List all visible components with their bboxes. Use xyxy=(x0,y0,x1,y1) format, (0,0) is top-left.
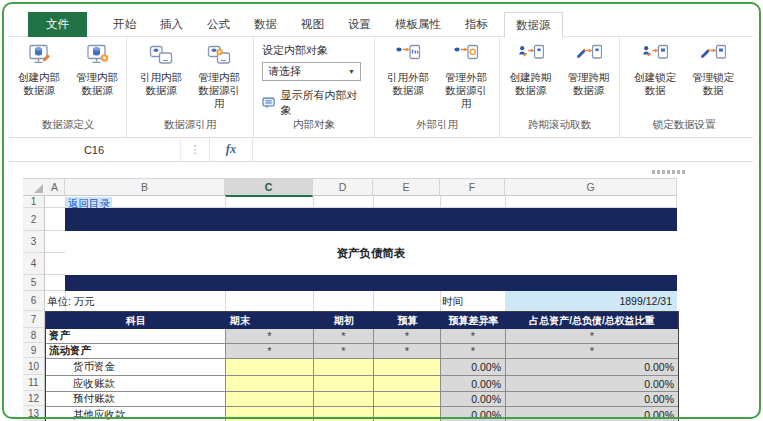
percent-cell[interactable]: 0.00% xyxy=(506,407,678,421)
star-cell[interactable]: * xyxy=(441,329,506,344)
header-budget[interactable]: 预算 xyxy=(374,312,441,329)
reference-internal-data-source-button[interactable]: 引用内部数据源 xyxy=(132,44,190,118)
tab-data-source[interactable]: 数据源 xyxy=(504,12,563,38)
header-variance[interactable]: 预算差异率 xyxy=(441,312,506,329)
column-header-g[interactable]: G xyxy=(505,179,677,196)
report-title[interactable]: 资产负债简表 xyxy=(65,231,677,275)
row-header[interactable]: 2 xyxy=(23,208,44,231)
group-label: 外部引用 xyxy=(375,118,499,137)
reference-external-data-source-button[interactable]: 引用外部数据源 xyxy=(379,44,437,118)
header-ending[interactable]: 期末 xyxy=(226,312,314,329)
manage-internal-data-source-reference-button[interactable]: 管理内部数据源引用 xyxy=(190,44,248,118)
percent-cell[interactable]: 0.00% xyxy=(441,359,506,376)
subject-cell[interactable]: 其他应收款 xyxy=(46,407,226,421)
star-cell[interactable]: * xyxy=(314,344,374,359)
fx-icon[interactable]: fx xyxy=(209,138,253,161)
manage-locked-data-button[interactable]: 管理锁定数据 xyxy=(684,44,742,118)
percent-cell[interactable]: 0.00% xyxy=(441,376,506,392)
tab-settings[interactable]: 设置 xyxy=(340,12,379,37)
yellow-input-cell[interactable] xyxy=(314,392,374,407)
tab-data[interactable]: 数据 xyxy=(246,12,285,37)
star-cell[interactable]: * xyxy=(314,329,374,344)
row-header[interactable]: 12 xyxy=(23,391,44,406)
star-cell[interactable]: * xyxy=(441,344,506,359)
manage-cross-period-data-source-button[interactable]: 管理跨期数据源 xyxy=(560,44,618,118)
star-cell[interactable]: * xyxy=(226,344,314,359)
subject-cell[interactable]: 预付账款 xyxy=(46,392,226,407)
column-header-d[interactable]: D xyxy=(313,179,373,196)
name-box[interactable]: C16 xyxy=(8,138,181,161)
header-proportion[interactable]: 占总资产/总负债/总权益比重 xyxy=(506,312,678,329)
manage-internal-data-source-button[interactable]: 管理内部数据源 xyxy=(68,44,126,118)
percent-cell[interactable]: 0.00% xyxy=(441,407,506,421)
yellow-input-cell[interactable] xyxy=(374,407,441,421)
percent-cell[interactable]: 0.00% xyxy=(506,392,678,407)
tab-view[interactable]: 视图 xyxy=(293,12,332,37)
star-cell[interactable]: * xyxy=(374,344,441,359)
row-header[interactable]: 3 xyxy=(23,231,44,253)
column-header-b[interactable]: B xyxy=(65,179,225,196)
yellow-input-cell[interactable] xyxy=(314,407,374,421)
select-all-icon[interactable] xyxy=(34,184,43,193)
manage-external-data-source-reference-button[interactable]: 管理外部数据源引用 xyxy=(437,44,495,118)
create-internal-data-source-button[interactable]: 创建内部数据源 xyxy=(10,44,68,118)
internal-object-dropdown[interactable]: 请选择 xyxy=(262,62,361,81)
row-header[interactable]: 13 xyxy=(23,406,44,421)
column-header-a[interactable]: A xyxy=(45,179,65,196)
yellow-input-cell[interactable] xyxy=(226,392,314,407)
subject-cell[interactable]: 应收账款 xyxy=(46,376,226,392)
create-locked-data-button[interactable]: 创建锁定数据 xyxy=(626,44,684,118)
star-cell[interactable]: * xyxy=(374,329,441,344)
row-header-column: 1 2 3 4 5 6 7 8 9 10 11 12 13 xyxy=(23,196,45,421)
row-header[interactable]: 5 xyxy=(23,275,44,291)
unit-label[interactable]: 单位: 万元 xyxy=(47,291,95,311)
row-header[interactable]: 8 xyxy=(23,328,44,343)
column-header-e[interactable]: E xyxy=(373,179,440,196)
percent-cell[interactable]: 0.00% xyxy=(506,359,678,376)
subject-cell[interactable]: 资产 xyxy=(46,329,226,344)
balance-sheet-table: 科目 期末 期初 预算 预算差异率 占总资产/总负债/总权益比重 资产 * * … xyxy=(45,311,679,421)
yellow-input-cell[interactable] xyxy=(314,376,374,392)
yellow-input-cell[interactable] xyxy=(226,407,314,421)
header-subject[interactable]: 科目 xyxy=(46,312,226,329)
row-header[interactable]: 11 xyxy=(23,375,44,391)
row-header[interactable]: 7 xyxy=(23,311,44,328)
tab-formulas[interactable]: 公式 xyxy=(199,12,238,37)
percent-cell[interactable]: 0.00% xyxy=(441,392,506,407)
time-label[interactable]: 时间 xyxy=(442,291,463,311)
tab-insert[interactable]: 插入 xyxy=(152,12,191,37)
group-data-source-reference: 引用内部数据源 管理内部数据源引用 数据源引用 xyxy=(127,37,254,137)
yellow-input-cell[interactable] xyxy=(374,376,441,392)
tab-indicators[interactable]: 指标 xyxy=(457,12,496,37)
navy-band-row2 xyxy=(65,208,677,231)
star-cell[interactable]: * xyxy=(506,329,678,344)
formula-input[interactable] xyxy=(253,138,753,161)
show-all-internal-objects-button[interactable]: 显示所有内部对象 xyxy=(262,88,366,118)
yellow-input-cell[interactable] xyxy=(374,359,441,376)
star-cell[interactable]: * xyxy=(506,344,678,359)
row-header[interactable]: 10 xyxy=(23,358,44,375)
scroll-handle[interactable] xyxy=(652,170,686,174)
percent-cell[interactable]: 0.00% xyxy=(506,376,678,392)
tab-home[interactable]: 开始 xyxy=(105,12,144,37)
column-header-c[interactable]: C xyxy=(225,179,313,197)
row-header[interactable]: 4 xyxy=(23,253,44,275)
create-cross-period-data-source-button[interactable]: 创建跨期数据源 xyxy=(502,44,560,118)
yellow-input-cell[interactable] xyxy=(314,359,374,376)
subject-cell[interactable]: 货币资金 xyxy=(46,359,226,376)
tab-template-properties[interactable]: 模板属性 xyxy=(387,12,449,37)
yellow-input-cell[interactable] xyxy=(226,376,314,392)
yellow-input-cell[interactable] xyxy=(226,359,314,376)
row-header[interactable]: 9 xyxy=(23,343,44,358)
subject-cell[interactable]: 流动资产 xyxy=(46,344,226,359)
header-beginning[interactable]: 期初 xyxy=(314,312,374,329)
tab-file[interactable]: 文件 xyxy=(28,12,87,37)
yellow-input-cell[interactable] xyxy=(374,392,441,407)
group-label: 锁定数据设置 xyxy=(620,118,748,137)
time-value-cell[interactable]: 1899/12/31 xyxy=(505,291,677,311)
row-header[interactable]: 1 xyxy=(23,196,44,208)
row-header[interactable]: 6 xyxy=(23,291,44,311)
column-header-f[interactable]: F xyxy=(440,179,505,196)
formula-bar-divider-icon xyxy=(181,138,209,161)
star-cell[interactable]: * xyxy=(226,329,314,344)
